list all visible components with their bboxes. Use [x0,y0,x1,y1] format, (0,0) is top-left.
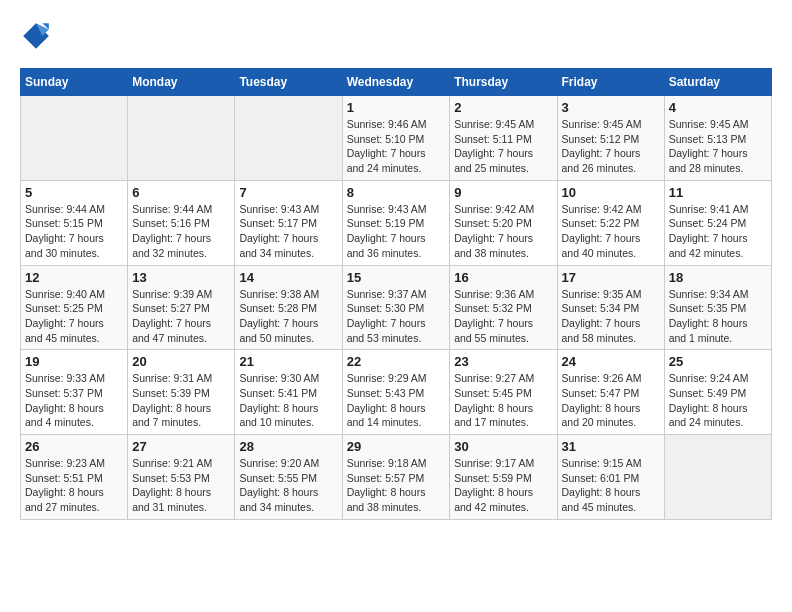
day-info: Sunrise: 9:44 AM Sunset: 5:15 PM Dayligh… [25,202,123,261]
day-info: Sunrise: 9:24 AM Sunset: 5:49 PM Dayligh… [669,371,767,430]
day-info: Sunrise: 9:37 AM Sunset: 5:30 PM Dayligh… [347,287,446,346]
day-info: Sunrise: 9:18 AM Sunset: 5:57 PM Dayligh… [347,456,446,515]
weekday-header: Sunday [21,69,128,96]
calendar-week-row: 26Sunrise: 9:23 AM Sunset: 5:51 PM Dayli… [21,435,772,520]
day-number: 6 [132,185,230,200]
calendar-week-row: 19Sunrise: 9:33 AM Sunset: 5:37 PM Dayli… [21,350,772,435]
day-number: 28 [239,439,337,454]
day-info: Sunrise: 9:30 AM Sunset: 5:41 PM Dayligh… [239,371,337,430]
calendar-cell: 23Sunrise: 9:27 AM Sunset: 5:45 PM Dayli… [450,350,557,435]
day-info: Sunrise: 9:33 AM Sunset: 5:37 PM Dayligh… [25,371,123,430]
calendar-cell: 11Sunrise: 9:41 AM Sunset: 5:24 PM Dayli… [664,180,771,265]
svg-marker-0 [23,23,49,49]
day-number: 10 [562,185,660,200]
calendar-cell: 20Sunrise: 9:31 AM Sunset: 5:39 PM Dayli… [128,350,235,435]
weekday-header: Saturday [664,69,771,96]
day-info: Sunrise: 9:39 AM Sunset: 5:27 PM Dayligh… [132,287,230,346]
day-info: Sunrise: 9:34 AM Sunset: 5:35 PM Dayligh… [669,287,767,346]
day-info: Sunrise: 9:41 AM Sunset: 5:24 PM Dayligh… [669,202,767,261]
calendar-cell: 30Sunrise: 9:17 AM Sunset: 5:59 PM Dayli… [450,435,557,520]
day-number: 4 [669,100,767,115]
day-info: Sunrise: 9:35 AM Sunset: 5:34 PM Dayligh… [562,287,660,346]
logo-icon [20,20,52,52]
calendar-cell: 26Sunrise: 9:23 AM Sunset: 5:51 PM Dayli… [21,435,128,520]
day-number: 7 [239,185,337,200]
day-info: Sunrise: 9:45 AM Sunset: 5:12 PM Dayligh… [562,117,660,176]
day-info: Sunrise: 9:15 AM Sunset: 6:01 PM Dayligh… [562,456,660,515]
weekday-header: Friday [557,69,664,96]
day-number: 24 [562,354,660,369]
calendar-cell: 17Sunrise: 9:35 AM Sunset: 5:34 PM Dayli… [557,265,664,350]
calendar-cell: 7Sunrise: 9:43 AM Sunset: 5:17 PM Daylig… [235,180,342,265]
calendar-header-row: SundayMondayTuesdayWednesdayThursdayFrid… [21,69,772,96]
calendar-cell: 27Sunrise: 9:21 AM Sunset: 5:53 PM Dayli… [128,435,235,520]
weekday-header: Monday [128,69,235,96]
calendar-cell: 28Sunrise: 9:20 AM Sunset: 5:55 PM Dayli… [235,435,342,520]
day-number: 19 [25,354,123,369]
calendar-week-row: 12Sunrise: 9:40 AM Sunset: 5:25 PM Dayli… [21,265,772,350]
calendar-cell [21,96,128,181]
calendar-cell [664,435,771,520]
calendar-cell: 3Sunrise: 9:45 AM Sunset: 5:12 PM Daylig… [557,96,664,181]
calendar-cell: 19Sunrise: 9:33 AM Sunset: 5:37 PM Dayli… [21,350,128,435]
day-number: 29 [347,439,446,454]
day-number: 26 [25,439,123,454]
weekday-header: Thursday [450,69,557,96]
calendar-week-row: 1Sunrise: 9:46 AM Sunset: 5:10 PM Daylig… [21,96,772,181]
calendar-cell: 1Sunrise: 9:46 AM Sunset: 5:10 PM Daylig… [342,96,450,181]
calendar-cell: 15Sunrise: 9:37 AM Sunset: 5:30 PM Dayli… [342,265,450,350]
day-info: Sunrise: 9:23 AM Sunset: 5:51 PM Dayligh… [25,456,123,515]
day-info: Sunrise: 9:27 AM Sunset: 5:45 PM Dayligh… [454,371,552,430]
day-info: Sunrise: 9:36 AM Sunset: 5:32 PM Dayligh… [454,287,552,346]
day-number: 21 [239,354,337,369]
calendar-cell: 8Sunrise: 9:43 AM Sunset: 5:19 PM Daylig… [342,180,450,265]
page-header [20,20,772,52]
calendar-table: SundayMondayTuesdayWednesdayThursdayFrid… [20,68,772,520]
calendar-cell: 13Sunrise: 9:39 AM Sunset: 5:27 PM Dayli… [128,265,235,350]
weekday-header: Wednesday [342,69,450,96]
day-number: 30 [454,439,552,454]
calendar-cell: 21Sunrise: 9:30 AM Sunset: 5:41 PM Dayli… [235,350,342,435]
day-info: Sunrise: 9:29 AM Sunset: 5:43 PM Dayligh… [347,371,446,430]
calendar-week-row: 5Sunrise: 9:44 AM Sunset: 5:15 PM Daylig… [21,180,772,265]
day-number: 13 [132,270,230,285]
day-info: Sunrise: 9:17 AM Sunset: 5:59 PM Dayligh… [454,456,552,515]
day-info: Sunrise: 9:43 AM Sunset: 5:17 PM Dayligh… [239,202,337,261]
calendar-cell: 12Sunrise: 9:40 AM Sunset: 5:25 PM Dayli… [21,265,128,350]
day-info: Sunrise: 9:31 AM Sunset: 5:39 PM Dayligh… [132,371,230,430]
day-number: 9 [454,185,552,200]
day-info: Sunrise: 9:42 AM Sunset: 5:22 PM Dayligh… [562,202,660,261]
day-info: Sunrise: 9:44 AM Sunset: 5:16 PM Dayligh… [132,202,230,261]
calendar-cell: 24Sunrise: 9:26 AM Sunset: 5:47 PM Dayli… [557,350,664,435]
day-number: 11 [669,185,767,200]
day-number: 5 [25,185,123,200]
calendar-cell: 25Sunrise: 9:24 AM Sunset: 5:49 PM Dayli… [664,350,771,435]
calendar-cell [128,96,235,181]
day-number: 2 [454,100,552,115]
day-info: Sunrise: 9:21 AM Sunset: 5:53 PM Dayligh… [132,456,230,515]
day-info: Sunrise: 9:40 AM Sunset: 5:25 PM Dayligh… [25,287,123,346]
day-number: 8 [347,185,446,200]
calendar-cell: 10Sunrise: 9:42 AM Sunset: 5:22 PM Dayli… [557,180,664,265]
calendar-cell: 31Sunrise: 9:15 AM Sunset: 6:01 PM Dayli… [557,435,664,520]
day-info: Sunrise: 9:46 AM Sunset: 5:10 PM Dayligh… [347,117,446,176]
day-info: Sunrise: 9:26 AM Sunset: 5:47 PM Dayligh… [562,371,660,430]
calendar-cell: 16Sunrise: 9:36 AM Sunset: 5:32 PM Dayli… [450,265,557,350]
day-number: 18 [669,270,767,285]
calendar-cell: 2Sunrise: 9:45 AM Sunset: 5:11 PM Daylig… [450,96,557,181]
day-number: 15 [347,270,446,285]
day-number: 22 [347,354,446,369]
day-info: Sunrise: 9:20 AM Sunset: 5:55 PM Dayligh… [239,456,337,515]
day-number: 23 [454,354,552,369]
day-info: Sunrise: 9:45 AM Sunset: 5:11 PM Dayligh… [454,117,552,176]
day-number: 14 [239,270,337,285]
day-number: 16 [454,270,552,285]
calendar-cell: 5Sunrise: 9:44 AM Sunset: 5:15 PM Daylig… [21,180,128,265]
day-info: Sunrise: 9:45 AM Sunset: 5:13 PM Dayligh… [669,117,767,176]
day-number: 12 [25,270,123,285]
calendar-cell: 22Sunrise: 9:29 AM Sunset: 5:43 PM Dayli… [342,350,450,435]
calendar-cell [235,96,342,181]
day-number: 25 [669,354,767,369]
calendar-cell: 14Sunrise: 9:38 AM Sunset: 5:28 PM Dayli… [235,265,342,350]
calendar-cell: 29Sunrise: 9:18 AM Sunset: 5:57 PM Dayli… [342,435,450,520]
